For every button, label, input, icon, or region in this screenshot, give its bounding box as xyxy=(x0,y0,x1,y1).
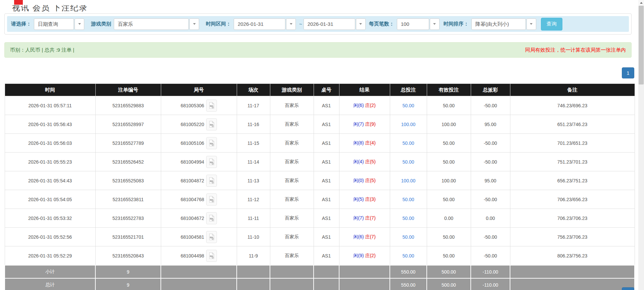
per-page-select[interactable]: 100 xyxy=(397,18,440,30)
cell-total-bet: 50.00 xyxy=(390,96,427,115)
table-row: 2026-01-31 05:52:29523165520843681004498… xyxy=(5,246,635,266)
time-sort-dropdown-button[interactable] xyxy=(526,18,536,30)
result-banker: 庄(9) xyxy=(365,121,375,127)
cell-game: 百家乐 xyxy=(270,171,314,190)
date-to-dropdown-button[interactable] xyxy=(356,18,366,30)
per-page-label: 每页笔数： xyxy=(369,21,394,27)
cell-session: 11-13 xyxy=(237,171,270,190)
cell-game: 百家乐 xyxy=(270,228,314,246)
cell-round: 681004872 xyxy=(161,171,237,190)
round-number: 681004872 xyxy=(181,178,204,183)
column-header: 游戏类别 xyxy=(270,84,314,96)
date-from-value[interactable]: 2026-01-31 xyxy=(234,18,285,30)
cell-game: 百家乐 xyxy=(270,246,314,266)
query-type-dropdown-button[interactable] xyxy=(75,18,84,30)
cell-round: 681005106 xyxy=(161,134,237,153)
video-replay-button[interactable] xyxy=(206,100,217,112)
total-bet-link[interactable]: 50.00 xyxy=(402,159,414,165)
footer-empty xyxy=(314,265,339,278)
cell-valid-bet: 50.00 xyxy=(427,246,471,266)
time-sort-value[interactable]: 降幂(由大到小) xyxy=(471,18,526,30)
query-type-select[interactable]: 日期查询 xyxy=(34,18,84,30)
cell-valid-bet: 0.00 xyxy=(427,209,471,228)
time-range-label: 时间区间： xyxy=(206,21,231,27)
vertical-scrollbar[interactable] xyxy=(638,0,644,290)
cell-table: AS1 xyxy=(314,209,339,228)
cell-time: 2026-01-31 05:52:29 xyxy=(5,246,95,266)
table-header-row: 时间注单编号局号场次游戏类别桌号结果总投注有效投注总派彩备注 xyxy=(5,84,635,96)
table-row: 2026-01-31 05:53:32523165522783681004672… xyxy=(5,209,635,228)
video-replay-button[interactable] xyxy=(206,231,217,243)
cell-result: 闲(5) 庄(3) xyxy=(339,190,390,209)
result-banker: 庄(2) xyxy=(365,253,375,258)
currency-summary-text: 币别：人民币 | 总共 :9 注单 | xyxy=(10,47,74,53)
cell-result: 闲(6) 庄(2) xyxy=(339,96,390,115)
chevron-down-icon xyxy=(78,23,81,25)
video-replay-button[interactable] xyxy=(206,212,217,224)
cell-note: 656.23/751.23 xyxy=(510,171,635,190)
game-type-select[interactable]: 百家乐 xyxy=(114,18,199,30)
cell-valid-bet: 50.00 xyxy=(427,134,471,153)
cell-note: 701.23/651.23 xyxy=(510,134,635,153)
date-from-picker[interactable]: 2026-01-31 xyxy=(234,18,296,30)
chevron-down-icon xyxy=(433,23,436,25)
total-bet-link[interactable]: 100.00 xyxy=(401,178,416,183)
column-header: 结果 xyxy=(339,84,390,96)
video-record-icon-glyph xyxy=(209,177,215,184)
cell-note: 751.23/701.23 xyxy=(510,153,635,171)
total-bet-link[interactable]: 50.00 xyxy=(402,253,414,258)
video-replay-button[interactable] xyxy=(206,156,217,168)
pagination-page-1-button[interactable]: 1 xyxy=(622,67,634,78)
video-record-icon-glyph xyxy=(209,233,215,240)
query-type-value[interactable]: 日期查询 xyxy=(34,18,74,30)
cell-bet-id: 523165525083 xyxy=(95,171,161,190)
scrollbar-up-button[interactable] xyxy=(638,0,644,6)
video-replay-button[interactable] xyxy=(206,137,217,149)
date-from-dropdown-button[interactable] xyxy=(286,18,296,30)
video-replay-button[interactable] xyxy=(206,250,217,262)
cell-session: 11-17 xyxy=(237,96,270,115)
cut-off-red-logo xyxy=(14,0,23,5)
cell-total-bet: 50.00 xyxy=(390,190,427,209)
time-sort-select[interactable]: 降幂(由大到小) xyxy=(471,18,536,30)
cell-total-bet: 50.00 xyxy=(390,246,427,266)
cell-bet-id: 523165523811 xyxy=(95,190,161,209)
cell-result: 闲(6) 庄(7) xyxy=(339,228,390,246)
video-replay-button[interactable] xyxy=(206,193,217,206)
date-to-value[interactable]: 2026-01-31 xyxy=(304,18,355,30)
per-page-value[interactable]: 100 xyxy=(397,18,429,30)
scrollbar-thumb[interactable] xyxy=(639,6,644,84)
cell-round: 681004994 xyxy=(161,153,237,171)
game-type-dropdown-button[interactable] xyxy=(189,18,199,30)
cell-payout: -50.00 xyxy=(471,153,510,171)
game-type-value[interactable]: 百家乐 xyxy=(114,18,189,30)
total-bet-link[interactable]: 50.00 xyxy=(402,140,414,146)
total-bet-link[interactable]: 50.00 xyxy=(402,216,414,221)
cell-time: 2026-01-31 05:52:56 xyxy=(5,228,95,246)
footer-count: 9 xyxy=(95,265,161,278)
cell-round: 681004581 xyxy=(161,228,237,246)
round-number: 681005106 xyxy=(181,140,204,146)
total-bet-link[interactable]: 100.00 xyxy=(401,122,416,127)
pagination-page-1-button-bottom[interactable]: 1 xyxy=(622,287,634,290)
chevron-down-icon xyxy=(359,23,362,25)
total-bet-link[interactable]: 50.00 xyxy=(402,103,414,108)
footer-total-bet: 550.00 xyxy=(390,265,427,278)
cell-session: 11-16 xyxy=(237,115,270,134)
result-banker: 庄(7) xyxy=(365,215,375,221)
video-replay-button[interactable] xyxy=(206,175,217,187)
footer-valid-bet: 500.00 xyxy=(427,265,471,278)
video-replay-button[interactable] xyxy=(206,118,217,130)
video-record-icon-glyph xyxy=(209,215,215,222)
cell-total-bet: 50.00 xyxy=(390,209,427,228)
total-bet-link[interactable]: 50.00 xyxy=(402,234,414,240)
result-player: 闲(8) xyxy=(353,140,364,146)
table-row: 2026-01-31 05:52:56523165521701681004581… xyxy=(5,228,635,246)
query-button[interactable]: 查询 xyxy=(541,18,562,31)
filter-bar: 请选择： 日期查询 游戏类别 百家乐 时间区间： 2026-01-31 ~ 20… xyxy=(7,16,629,32)
per-page-dropdown-button[interactable] xyxy=(430,18,440,30)
total-bet-link[interactable]: 50.00 xyxy=(402,197,414,202)
cell-round: 681005306 xyxy=(161,96,237,115)
date-to-picker[interactable]: 2026-01-31 xyxy=(304,18,366,30)
table-row: 2026-01-31 05:54:05523165523811681004768… xyxy=(5,190,635,209)
